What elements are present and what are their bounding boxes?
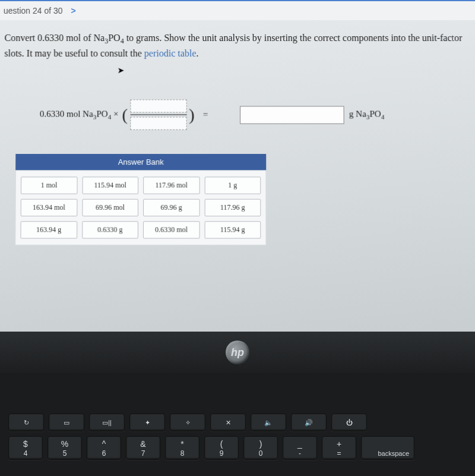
cursor-icon: ➤	[118, 65, 125, 75]
answer-bank-header: Answer Bank	[15, 154, 266, 170]
key-vol-up[interactable]: 🔊	[291, 414, 327, 431]
answer-tile[interactable]: 1 mol	[21, 177, 77, 194]
fraction-line	[130, 115, 186, 115]
answer-tile[interactable]: 115.94 mol	[82, 177, 138, 194]
key-0[interactable]: )0	[243, 436, 278, 460]
answer-tile[interactable]: 163.94 g	[20, 221, 77, 238]
numerator-drop-slot[interactable]	[130, 100, 186, 113]
laptop-bezel: hp	[0, 332, 475, 373]
hp-logo-icon: hp	[226, 341, 249, 364]
periodic-table-link[interactable]: periodic table	[144, 48, 197, 58]
function-key-row: ↻ ▭ ▭|| ✦ ✧ ✕ 🔈 🔊 ⏻	[6, 414, 469, 431]
key-9[interactable]: (9	[204, 436, 239, 460]
answer-tile[interactable]: 1 g	[204, 177, 261, 194]
key-minus[interactable]: _-	[283, 436, 317, 460]
answer-tile[interactable]: 69.96 g	[143, 199, 200, 216]
key-8[interactable]: *8	[165, 436, 200, 460]
screen: uestion 24 of 30 > Convert 0.6330 mol of…	[0, 0, 475, 336]
key-6[interactable]: ^6	[87, 436, 121, 460]
key-refresh[interactable]: ↻	[8, 414, 44, 431]
question-counter: uestion 24 of 30	[4, 6, 63, 15]
result-unit: g Na3PO4	[349, 109, 384, 121]
key-backspace[interactable]: backspace	[361, 436, 414, 460]
answer-tile[interactable]: 163.94 mol	[21, 199, 77, 216]
key-brightness-down[interactable]: ✦	[129, 414, 165, 431]
speaker-grill	[6, 390, 469, 405]
next-question-chevron-icon[interactable]: >	[71, 6, 75, 15]
key-power[interactable]: ⏻	[331, 414, 367, 431]
key-overview[interactable]: ▭||	[89, 414, 125, 431]
laptop-keyboard: ↻ ▭ ▭|| ✦ ✧ ✕ 🔈 🔊 ⏻ $4 %5 ^6 &7 *8 (9 )0…	[0, 373, 475, 476]
answer-tile[interactable]: 117.96 mol	[143, 177, 200, 194]
question-prompt: Convert 0.6330 mol of Na3PO4 to grams. S…	[4, 31, 470, 61]
key-brightness-up[interactable]: ✧	[170, 414, 205, 431]
open-paren: (	[122, 105, 128, 124]
answer-input[interactable]	[240, 106, 344, 124]
answer-tile[interactable]: 117.96 g	[204, 199, 261, 216]
answer-tile[interactable]: 0.6330 mol	[143, 221, 200, 238]
number-key-row: $4 %5 ^6 &7 *8 (9 )0 _- += backspace	[6, 436, 469, 460]
answer-bank: Answer Bank 1 mol 115.94 mol 117.96 mol …	[15, 154, 266, 245]
key-4[interactable]: $4	[8, 436, 43, 460]
key-7[interactable]: &7	[126, 436, 160, 460]
answer-tile[interactable]: 115.94 g	[204, 221, 261, 238]
key-vol-down[interactable]: 🔈	[251, 414, 286, 431]
key-equals[interactable]: +=	[322, 436, 356, 460]
close-paren: )	[189, 105, 194, 124]
question-content: Convert 0.6330 mol of Na3PO4 to grams. S…	[0, 20, 475, 245]
answer-bank-grid: 1 mol 115.94 mol 117.96 mol 1 g 163.94 m…	[15, 170, 266, 245]
denominator-drop-slot[interactable]	[130, 117, 186, 130]
unit-factor-fraction	[130, 99, 186, 131]
answer-tile[interactable]: 0.6330 g	[82, 221, 138, 238]
key-fullscreen[interactable]: ▭	[49, 414, 84, 431]
key-mute[interactable]: ✕	[210, 414, 246, 431]
question-nav-bar: uestion 24 of 30 >	[0, 0, 475, 20]
equation-row: 0.6330 mol Na3PO4 × ( ) = g Na3PO4	[40, 99, 471, 131]
key-5[interactable]: %5	[48, 436, 82, 460]
answer-tile[interactable]: 69.96 mol	[82, 199, 138, 216]
equals-sign: =	[203, 110, 208, 120]
given-quantity: 0.6330 mol Na3PO4 ×	[40, 109, 119, 121]
